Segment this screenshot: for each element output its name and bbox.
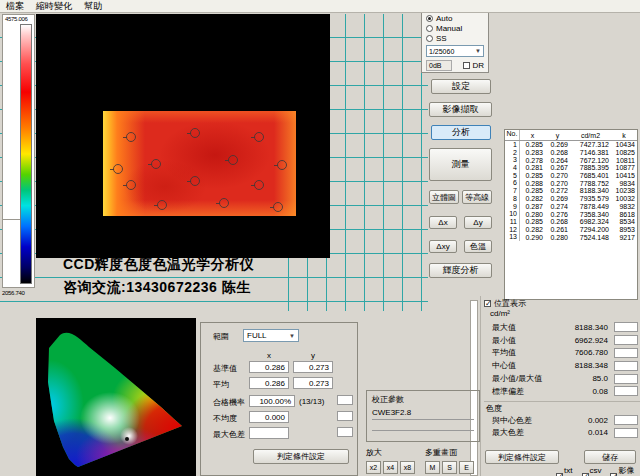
stat-label: 中心值 bbox=[492, 360, 564, 371]
checkbox-csv檔[interactable]: csv檔 bbox=[582, 465, 608, 476]
table-header: No. x y cd/m2 k bbox=[505, 130, 637, 141]
chroma-section-label: 色度 bbox=[482, 403, 640, 414]
stat-value: 6962.924 bbox=[564, 336, 614, 345]
reference-label: 基準值 bbox=[213, 363, 237, 374]
stat-label: 平均值 bbox=[492, 347, 564, 358]
table-row[interactable]: 110.2850.2686982.3248534 bbox=[505, 218, 637, 226]
measure-point-8[interactable] bbox=[190, 176, 200, 186]
table-row[interactable]: 10.2850.2697427.31210434 bbox=[505, 141, 637, 149]
white-point-glow bbox=[120, 427, 138, 445]
radio-icon bbox=[426, 25, 433, 32]
table-row[interactable]: 60.2880.2707788.7529834 bbox=[505, 179, 637, 187]
divider bbox=[484, 401, 640, 402]
judge-indicator bbox=[614, 374, 638, 384]
contour-button[interactable]: 等高線 bbox=[462, 190, 492, 204]
table-row[interactable]: 100.2800.2767358.3408618 bbox=[505, 210, 637, 218]
delta-xy-button[interactable]: Δxy bbox=[429, 240, 457, 253]
judge-indicator bbox=[614, 415, 638, 425]
exposure-modes: AutoManualSS bbox=[426, 13, 484, 43]
average-x-field: 0.286 bbox=[249, 377, 289, 389]
delta-x-button[interactable]: Δx bbox=[429, 216, 457, 229]
measure-point-13[interactable] bbox=[113, 164, 123, 174]
analyze-button[interactable]: 分析 bbox=[431, 125, 491, 140]
table-row[interactable]: 90.2870.2747878.4499832 bbox=[505, 203, 637, 211]
measure-point-10[interactable] bbox=[157, 200, 167, 210]
magnify-x2-button[interactable]: x2 bbox=[366, 461, 381, 474]
checkbox-icon bbox=[463, 62, 470, 69]
delta-y-button[interactable]: Δy bbox=[464, 216, 492, 229]
checkbox-影像檔[interactable]: 影像檔 bbox=[610, 465, 640, 476]
plot3d-button[interactable]: 立體圖 bbox=[429, 190, 459, 204]
measured-point-marker bbox=[125, 437, 129, 441]
measure-point-6[interactable] bbox=[277, 160, 287, 170]
measure-point-7[interactable] bbox=[126, 180, 136, 190]
multiscreen-E-button[interactable]: E bbox=[459, 461, 474, 474]
measure-button[interactable]: 測量 bbox=[429, 148, 492, 181]
cie-diagram[interactable] bbox=[36, 318, 196, 476]
multiscreen-M-button[interactable]: M bbox=[425, 461, 440, 474]
table-row[interactable]: 20.2830.2687146.38110825 bbox=[505, 149, 637, 157]
stat-value: 0.002 bbox=[564, 416, 614, 425]
measure-point-9[interactable] bbox=[254, 180, 264, 190]
table-row[interactable]: 120.2820.2617294.2008953 bbox=[505, 226, 637, 234]
judge-indicator bbox=[614, 386, 638, 396]
divider bbox=[372, 430, 474, 431]
measure-point-12[interactable] bbox=[273, 202, 283, 212]
table-row[interactable]: 30.2780.2647672.12010811 bbox=[505, 156, 637, 164]
menu-help[interactable]: 幫助 bbox=[84, 0, 102, 13]
magnify-x4-button[interactable]: x4 bbox=[383, 461, 398, 474]
range-label: 範圍 bbox=[213, 331, 229, 342]
chroma-rows: 與中心色差0.002最大色差0.014 bbox=[482, 414, 640, 440]
gain-value: 0dB bbox=[426, 60, 452, 71]
table-row[interactable]: 70.2850.2728188.34010238 bbox=[505, 187, 637, 195]
luminance-analysis-button[interactable]: 輝度分析 bbox=[429, 263, 492, 278]
col-y-label: y bbox=[311, 351, 315, 360]
pass-count: (13/13) bbox=[299, 397, 324, 406]
stat-row: 標準偏差0.08 bbox=[482, 385, 640, 398]
table-row[interactable]: 80.2820.2697935.57910032 bbox=[505, 195, 637, 203]
judge-indicator bbox=[614, 428, 638, 438]
judge-condition-button-center[interactable]: 判定條件設定 bbox=[253, 449, 349, 464]
reference-y-field[interactable]: 0.273 bbox=[293, 361, 333, 373]
dr-label: DR bbox=[472, 61, 484, 70]
app-window: 檔案縮時變化幫助 4575.006 2056.740 CCD辉度色度色温光学分析… bbox=[0, 0, 640, 476]
save-button[interactable]: 儲存 bbox=[584, 450, 636, 464]
radio-auto[interactable]: Auto bbox=[426, 13, 484, 23]
stat-value: 0.014 bbox=[564, 428, 614, 437]
capture-button[interactable]: 影像擷取 bbox=[429, 102, 492, 117]
position-display-checkbox[interactable]: 位置表示 bbox=[482, 297, 640, 309]
heatmap[interactable] bbox=[103, 111, 296, 216]
table-row[interactable]: 50.2850.2707685.40110415 bbox=[505, 172, 637, 180]
stat-value: 85.0 bbox=[564, 374, 614, 383]
magnify-x8-button[interactable]: x8 bbox=[400, 461, 415, 474]
exposure-group: AutoManualSS 1/25060 ▼ 0dB DR bbox=[421, 10, 489, 73]
measure-point-2[interactable] bbox=[190, 128, 200, 138]
range-select[interactable]: FULL ▼ bbox=[243, 329, 299, 342]
multiscreen-S-button[interactable]: S bbox=[442, 461, 457, 474]
table-row[interactable]: 130.2900.2807524.1489217 bbox=[505, 233, 637, 241]
measure-point-4[interactable] bbox=[151, 159, 161, 169]
table-row[interactable]: 40.2810.2677885.39510877 bbox=[505, 164, 637, 172]
measure-point-5[interactable] bbox=[228, 155, 238, 165]
dr-checkbox[interactable]: DR bbox=[463, 61, 484, 70]
calibration-panel: 校正參數 CWE3F2.8 bbox=[366, 390, 480, 442]
radio-ss[interactable]: SS bbox=[426, 33, 484, 43]
measure-point-11[interactable] bbox=[219, 198, 229, 208]
menu-file[interactable]: 檔案 bbox=[6, 0, 24, 13]
stat-value: 7606.780 bbox=[564, 348, 614, 357]
settings-button[interactable]: 設定 bbox=[431, 79, 491, 94]
stat-row: 平均值7606.780 bbox=[482, 347, 640, 360]
menu-timelapse[interactable]: 縮時變化 bbox=[36, 0, 72, 13]
judge-condition-button-right[interactable]: 判定條件設定 bbox=[485, 450, 559, 464]
checkbox-txt檔[interactable]: txt檔 bbox=[556, 465, 579, 476]
judge-indicator bbox=[614, 361, 638, 371]
measurement-table-body: 10.2850.2697427.3121043420.2830.2687146.… bbox=[505, 141, 637, 241]
reference-x-field[interactable]: 0.286 bbox=[249, 361, 289, 373]
measure-point-1[interactable] bbox=[126, 132, 136, 142]
stat-row: 中心值8188.348 bbox=[482, 359, 640, 372]
measure-point-3[interactable] bbox=[254, 132, 264, 142]
shutter-select[interactable]: 1/25060 ▼ bbox=[426, 45, 484, 57]
color-scale-panel: 4575.006 bbox=[2, 14, 35, 288]
color-temp-button[interactable]: 色溫 bbox=[464, 240, 492, 253]
radio-manual[interactable]: Manual bbox=[426, 23, 484, 33]
